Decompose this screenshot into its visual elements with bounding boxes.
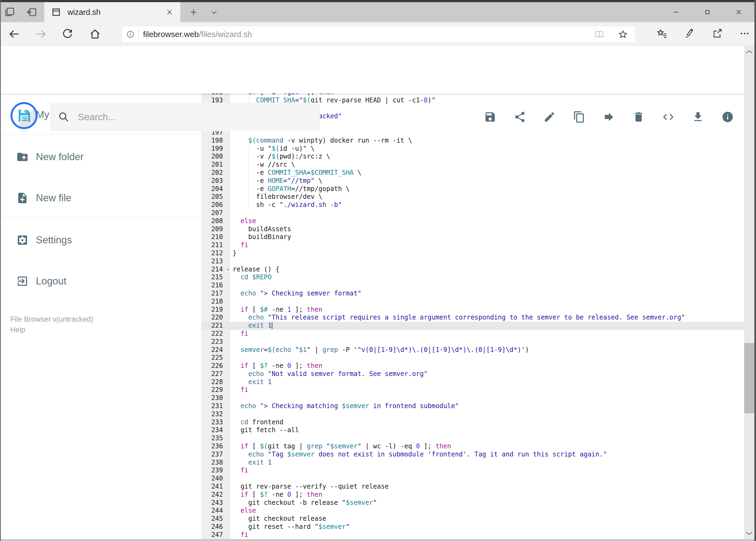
window-close-button[interactable] xyxy=(723,2,754,22)
scrollbar-thumb[interactable] xyxy=(744,343,754,413)
tab-preview-button[interactable] xyxy=(205,2,223,22)
more-icon[interactable] xyxy=(739,28,750,39)
move-button[interactable] xyxy=(603,111,615,123)
code-line[interactable]: 202 -e COMMIT_SHA=$COMMIT_SHA \ xyxy=(201,169,744,177)
code-line[interactable]: 247 fi xyxy=(201,531,744,539)
code-line[interactable]: 208 else xyxy=(201,217,744,225)
code-line[interactable]: 198 $(command -v winpty) docker run --rm… xyxy=(201,137,744,145)
code-line[interactable]: 218 xyxy=(201,297,744,306)
code-line[interactable]: 240 xyxy=(201,475,744,483)
code-line[interactable]: 246 git reset --hard "$semver" xyxy=(201,523,744,531)
code-line[interactable]: 219 if [ $# -ne 1 ]; then xyxy=(201,306,744,314)
code-line[interactable]: 206 sh -c "./wizard.sh -b" xyxy=(201,201,744,209)
line-number: 231 xyxy=(201,402,230,410)
code-line[interactable]: 234 git fetch --all xyxy=(201,426,744,434)
web-notes-icon[interactable] xyxy=(684,28,695,39)
fold-arrow-icon[interactable]: ▾ xyxy=(227,266,229,273)
scroll-down-icon[interactable] xyxy=(744,528,754,538)
code-line[interactable]: 223 xyxy=(201,338,744,346)
reading-view-icon xyxy=(594,29,604,39)
code-line[interactable]: 229 fi xyxy=(201,386,744,394)
line-number: 207 xyxy=(201,209,230,217)
code-line[interactable]: 236 if [ $(git tag | grep "$semver" | wc… xyxy=(201,442,744,450)
code-line[interactable]: 222 fi xyxy=(201,330,744,338)
edit-button[interactable] xyxy=(543,111,556,123)
code-line[interactable]: 212} xyxy=(201,249,744,258)
code-line[interactable]: 207 xyxy=(201,209,744,217)
home-icon[interactable] xyxy=(89,28,101,40)
share-icon[interactable] xyxy=(712,28,722,39)
code-line[interactable]: 228 exit 1 xyxy=(201,378,744,386)
url-input[interactable]: filebrowser.web/files/wizard.sh xyxy=(122,26,635,43)
code-line[interactable]: 199 -u "$(id -u)" \ xyxy=(201,145,744,153)
info-icon[interactable] xyxy=(126,30,134,38)
code-line[interactable]: 221 exit 1 xyxy=(201,322,744,330)
code-line[interactable]: 238 exit 1 xyxy=(201,459,744,467)
vertical-scrollbar[interactable] xyxy=(744,46,754,541)
tab-close-button[interactable] xyxy=(163,6,175,18)
code-line[interactable]: 233 cd frontend xyxy=(201,418,744,426)
help-link[interactable]: Help xyxy=(10,325,201,335)
forward-icon[interactable] xyxy=(35,28,47,40)
minimize-button[interactable] xyxy=(660,2,692,22)
code-line[interactable]: 203 -e HOME="//tmp" \ xyxy=(201,177,744,185)
restore-tabs-icon[interactable] xyxy=(26,6,38,18)
code-line[interactable]: 224 semver=$(echo "$1" | grep -P '^v(0|[… xyxy=(201,346,744,354)
sidebar-item-logout[interactable]: Logout xyxy=(0,269,201,293)
scroll-up-icon[interactable] xyxy=(744,47,754,57)
save-button[interactable] xyxy=(484,111,496,123)
delete-button[interactable] xyxy=(632,111,645,123)
new-tab-button[interactable] xyxy=(184,2,203,22)
code-line[interactable]: 204 -e GOPATH=//tmp/gopath \ xyxy=(201,185,744,193)
code-line[interactable]: 225 xyxy=(201,354,744,362)
code-line[interactable]: 226 if [ $? -ne 0 ]; then xyxy=(201,362,744,370)
code-line[interactable]: 220 echo "This release script requires a… xyxy=(201,313,744,322)
code-line[interactable]: 213 xyxy=(201,258,744,266)
info-button[interactable] xyxy=(721,111,734,123)
code-editor[interactable]: 192 if [ -d ".git" ]; then193 COMMIT_SHA… xyxy=(201,94,744,541)
code-line[interactable]: 244 else xyxy=(201,507,744,515)
code-line[interactable]: 231 echo "> Checking matching $semver in… xyxy=(201,402,744,410)
code-line[interactable]: 201 -w //src \ xyxy=(201,161,744,169)
code-line[interactable]: 214▾release () { xyxy=(201,266,744,273)
filebrowser-logo[interactable] xyxy=(11,102,38,129)
code-line[interactable]: 235 xyxy=(201,434,744,442)
code-line[interactable]: 242 if [ $? -ne 0 ]; then xyxy=(201,491,744,499)
code-text: exit 1 xyxy=(230,378,272,386)
code-line[interactable]: 243 git checkout -b release "$semver" xyxy=(201,499,744,507)
sidebar-item-new-file[interactable]: New file xyxy=(0,186,201,211)
code-line[interactable]: 241 git rev-parse --verify --quiet relea… xyxy=(201,483,744,491)
line-number: 245 xyxy=(201,515,230,523)
sidebar-item-settings[interactable]: Settings xyxy=(0,228,201,253)
code-line[interactable]: 232 xyxy=(201,410,744,418)
code-line[interactable]: 211 fi xyxy=(201,241,744,249)
code-line[interactable]: 227 echo "Not valid semver format. See s… xyxy=(201,370,744,378)
line-number: 192 xyxy=(201,94,230,96)
refresh-icon[interactable] xyxy=(62,28,74,40)
search-placeholder: Search... xyxy=(78,112,116,122)
back-icon[interactable] xyxy=(8,28,20,40)
search-input[interactable]: Search... xyxy=(50,103,320,131)
code-line[interactable]: 245 git checkout release xyxy=(201,515,744,523)
code-line[interactable]: 192 if [ -d ".git" ]; then xyxy=(201,94,744,96)
copy-button[interactable] xyxy=(573,111,586,123)
share-button[interactable] xyxy=(514,111,526,123)
code-line[interactable]: 200 -v /$(pwd):/src:z \ xyxy=(201,153,744,161)
code-line[interactable]: 230 xyxy=(201,394,744,402)
code-line[interactable]: 237 echo "Tag $semver does not exist in … xyxy=(201,450,744,459)
hub-icon[interactable] xyxy=(657,28,667,39)
code-line[interactable]: 215 cd $REPO xyxy=(201,273,744,281)
browser-tab[interactable]: wizard.sh xyxy=(44,2,180,22)
code-line[interactable]: 210 buildBinary xyxy=(201,233,744,241)
code-line[interactable]: 216 xyxy=(201,281,744,289)
code-line[interactable]: 209 buildAssets xyxy=(201,225,744,234)
code-line[interactable]: 205 filebrowser/dev \ xyxy=(201,193,744,201)
download-button[interactable] xyxy=(692,111,704,123)
code-button[interactable] xyxy=(662,111,674,123)
sidebar-item-new-folder[interactable]: New folder xyxy=(0,145,201,169)
tabs-aside-icon[interactable] xyxy=(4,6,16,18)
code-line[interactable]: 239 fi xyxy=(201,466,744,475)
maximize-button[interactable] xyxy=(692,2,723,22)
favorite-star-icon[interactable] xyxy=(618,29,628,39)
code-line[interactable]: 217 echo "> Checking semver format" xyxy=(201,289,744,297)
